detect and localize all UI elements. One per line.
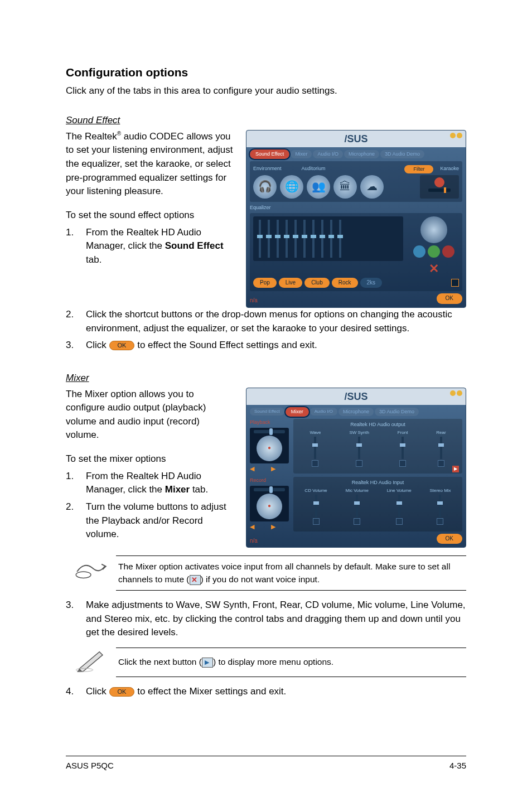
col-rear: Rear (436, 429, 446, 436)
tab-3d-audio-demo[interactable]: 3D Audio Demo (375, 408, 419, 416)
mute-front[interactable] (399, 460, 406, 467)
mixer-panel-screenshot: /SUS Sound Effect Mixer Audio I/O Microp… (246, 388, 466, 548)
equalizer-sliders[interactable] (253, 216, 403, 261)
mute-wave[interactable] (312, 460, 318, 467)
mute-mic[interactable] (354, 518, 360, 525)
env-icon-2[interactable]: 🌐 (280, 175, 303, 199)
mute-stereomix[interactable] (437, 518, 443, 525)
tab-mixer[interactable]: Mixer (286, 407, 309, 417)
note-text: ) if you do not want voice input. (201, 574, 320, 584)
asus-logo: /SUS (246, 131, 466, 147)
note-mute: The Mixer option activates voice input f… (66, 555, 466, 591)
next-page-icon[interactable]: ▶ (271, 465, 275, 474)
eq-mini-2[interactable] (428, 245, 440, 258)
mute-rear[interactable] (438, 460, 444, 467)
window-controls[interactable] (450, 133, 462, 138)
slider-cd[interactable] (315, 495, 317, 517)
ok-button-inline[interactable]: OK (109, 341, 135, 350)
step-text: Click the shortcut buttons or the drop-d… (86, 308, 466, 335)
slider-swsynth[interactable] (358, 437, 360, 459)
playback-volume-knob[interactable]: ● (257, 436, 282, 461)
tab-microphone[interactable]: Microphone (338, 408, 374, 416)
next-page-icon[interactable]: ▶ (271, 523, 275, 532)
page-footer: ASUS P5QC 4-35 (66, 756, 466, 772)
heading-sound-effect: Sound Effect (66, 114, 466, 128)
step-text: Turn the volume buttons to adjust the Pl… (86, 500, 235, 542)
tab-microphone[interactable]: Microphone (344, 150, 379, 158)
heading-configuration-options: Configuration options (66, 64, 466, 81)
preset-pop[interactable]: Pop (253, 278, 277, 288)
note-text: ) to display more menu options. (213, 657, 333, 666)
env-icon-3[interactable]: 👥 (307, 175, 330, 199)
slider-stereomix[interactable] (439, 495, 441, 517)
tab-audio-io[interactable]: Audio I/O (310, 408, 337, 416)
tab-3d-audio-demo[interactable]: 3D Audio Demo (380, 150, 424, 158)
asus-logo: /SUS (246, 388, 466, 405)
env-icon-5[interactable]: ☁ (360, 175, 384, 199)
preset-rock[interactable]: Rock (332, 278, 358, 288)
tab-audio-io[interactable]: Audio I/O (313, 150, 343, 158)
env-icon-1[interactable]: 🎧 (253, 175, 277, 199)
karaoke-slider[interactable] (428, 189, 451, 192)
mute-swsynth[interactable] (356, 460, 362, 467)
text: tab. (190, 484, 208, 495)
mute-line[interactable] (396, 518, 403, 525)
col-stereomix: Stereo Mix (429, 487, 451, 494)
playback-master[interactable]: ● (250, 428, 289, 463)
eq-reset-icon[interactable]: ✕ (426, 260, 442, 276)
step-number: 1. (66, 226, 86, 267)
logo-text: /SUS (344, 133, 367, 144)
eq-mini-1[interactable] (413, 245, 425, 258)
col-cd: CD Volume (304, 487, 327, 494)
tab-sound-effect[interactable]: Sound Effect (250, 149, 289, 159)
eq-mini-3[interactable] (442, 245, 454, 258)
sound-effect-panel-screenshot: /SUS Sound Effect Mixer Audio I/O Microp… (246, 130, 466, 308)
prev-page-icon[interactable]: ◀ (250, 523, 254, 532)
mixer-subhead: To set the mixer options (66, 452, 235, 466)
panel-ok-button[interactable]: OK (437, 293, 462, 304)
bold-label: Mixer (165, 484, 190, 495)
panel-corner-tag: n/a (250, 537, 258, 545)
eq-presets[interactable]: Pop Live Club Rock 2ks (253, 278, 459, 288)
logo-text: /SUS (344, 391, 367, 402)
output-device-label: Realtek HD Audio output (296, 421, 460, 428)
panel-corner-tag: n/a (250, 297, 258, 305)
slider-wave[interactable] (314, 437, 316, 459)
panel-ok-button[interactable]: OK (437, 534, 462, 544)
ok-button-inline[interactable]: OK (109, 687, 135, 697)
registered-mark: ® (117, 131, 121, 137)
playback-balance-slider[interactable] (254, 430, 285, 433)
text: The Realtek (66, 131, 117, 142)
record-master[interactable]: ● (250, 486, 289, 521)
record-volume-knob[interactable]: ● (257, 494, 282, 519)
footer-left: ASUS P5QC (66, 760, 114, 772)
text: tab. (86, 254, 101, 265)
slider-line[interactable] (398, 495, 400, 517)
preset-2ks[interactable]: 2ks (360, 278, 383, 288)
karaoke-knob[interactable] (434, 177, 444, 187)
env-icon-4[interactable]: 🏛 (333, 175, 357, 199)
prev-page-icon[interactable]: ◀ (250, 465, 254, 474)
slider-rear[interactable] (440, 437, 442, 459)
bold-label: Sound Effect (165, 240, 224, 251)
filter-button[interactable]: Filter (404, 165, 433, 173)
step-number: 3. (66, 339, 86, 352)
eq-main-knob[interactable] (420, 216, 447, 243)
preset-club[interactable]: Club (304, 278, 330, 288)
slider-front[interactable] (402, 437, 404, 459)
footer-page-number: 4-35 (449, 760, 466, 772)
playback-label: Playback (250, 419, 289, 426)
record-balance-slider[interactable] (254, 488, 285, 491)
col-wave: Wave (309, 429, 321, 436)
preset-select[interactable] (451, 279, 459, 287)
preset-live[interactable]: Live (279, 278, 302, 288)
pencil-icon (75, 648, 107, 672)
tab-mixer[interactable]: Mixer (291, 150, 312, 158)
mute-cd[interactable] (313, 518, 320, 525)
tab-sound-effect[interactable]: Sound Effect (250, 408, 284, 416)
karaoke-panel[interactable] (420, 175, 459, 199)
next-channels-icon[interactable]: ▶ (452, 466, 459, 472)
environment-shortcut-icons[interactable]: 🎧 🌐 👥 🏛 ☁ (253, 175, 417, 199)
slider-mic[interactable] (356, 495, 358, 517)
window-controls[interactable] (450, 390, 462, 396)
